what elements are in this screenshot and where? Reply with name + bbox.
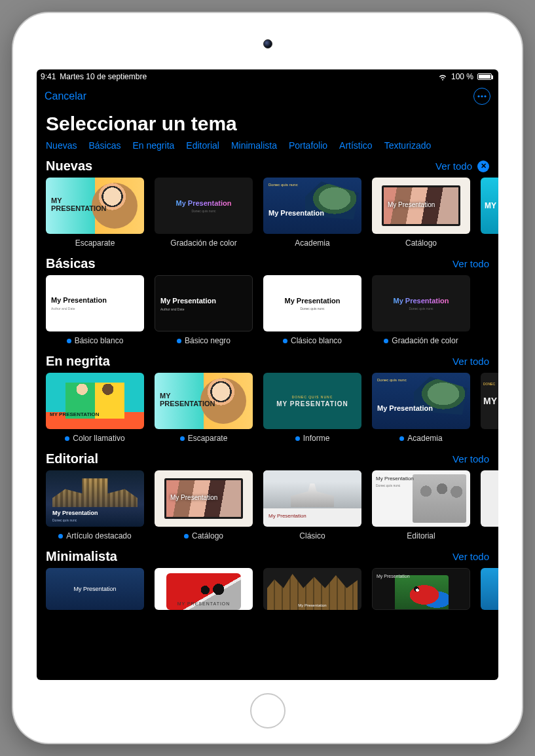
- see-all-link[interactable]: Ver todo: [452, 453, 489, 464]
- see-all-link[interactable]: Ver todo: [452, 551, 489, 562]
- theme-thumbnail[interactable]: [155, 373, 253, 429]
- theme-item[interactable]: Color llamativo: [46, 373, 144, 444]
- theme-item[interactable]: My Presentation: [263, 568, 361, 610]
- theme-item[interactable]: Donec quis nuncMy PresentationAcademia: [263, 178, 361, 248]
- new-indicator-icon: [384, 339, 388, 343]
- tab-nuevas[interactable]: Nuevas: [46, 140, 77, 151]
- theme-thumbnail[interactable]: My PresentationDonec quis nunc: [263, 275, 361, 331]
- theme-thumbnail[interactable]: Donec quis nuncMy Presentation: [263, 178, 361, 234]
- theme-thumbnail[interactable]: DONECMY: [481, 373, 498, 429]
- status-bar: 9:41 Martes 10 de septiembre 100 %: [37, 69, 498, 84]
- theme-thumbnail[interactable]: My PresentationDonec quis nunc: [155, 178, 253, 234]
- theme-caption: Básico blanco: [46, 331, 144, 346]
- theme-item[interactable]: MY PRESENTATION: [155, 568, 253, 610]
- ellipsis-icon: [477, 95, 487, 98]
- theme-thumbnail[interactable]: My Presentation: [46, 568, 144, 610]
- tab-en-negrita[interactable]: En negrita: [133, 140, 175, 151]
- theme-thumbnail[interactable]: My PresentationAuthor and Date: [155, 275, 253, 331]
- theme-caption: Gradación de color: [372, 331, 470, 346]
- theme-thumbnail[interactable]: [46, 178, 144, 234]
- svg-point-0: [477, 95, 479, 97]
- theme-thumbnail[interactable]: MY PRESENTATION: [155, 568, 253, 610]
- theme-caption: Básico negro: [155, 331, 253, 346]
- theme-item-peek[interactable]: [481, 568, 498, 610]
- more-options-button[interactable]: [473, 88, 490, 105]
- theme-row[interactable]: My PresentationMY PRESENTATIONMy Present…: [37, 568, 498, 610]
- tab-artístico[interactable]: Artístico: [339, 140, 373, 151]
- theme-thumbnail[interactable]: My PresentationDonec quis nunc: [372, 470, 470, 527]
- theme-thumbnail[interactable]: My PresentationDonec quis nunc: [46, 470, 144, 527]
- theme-caption: Academia: [372, 429, 470, 444]
- theme-item[interactable]: Escaparate: [46, 178, 144, 248]
- cancel-button[interactable]: Cancelar: [45, 90, 86, 102]
- theme-thumbnail[interactable]: [372, 178, 470, 234]
- see-all-link[interactable]: Ver todo: [452, 258, 489, 269]
- theme-item-peek[interactable]: MY: [481, 178, 498, 248]
- theme-item[interactable]: My PresentationDonec quis nuncEditorial: [372, 470, 470, 541]
- theme-item[interactable]: My PresentationAuthor and DateBásico bla…: [46, 275, 144, 346]
- theme-thumbnail[interactable]: My Presentation: [263, 470, 361, 527]
- camera-dot-icon: [263, 39, 272, 48]
- theme-row[interactable]: EscaparateMy PresentationDonec quis nunc…: [37, 178, 498, 248]
- nav-bar: Cancelar: [37, 84, 498, 109]
- theme-item[interactable]: My PresentationDonec quis nuncClásico bl…: [263, 275, 361, 346]
- theme-label: Catálogo: [192, 531, 223, 540]
- theme-thumbnail[interactable]: Donec quis nuncMy Presentation: [372, 373, 470, 429]
- tab-editorial[interactable]: Editorial: [186, 140, 219, 151]
- theme-item[interactable]: My PresentationDonec quis nuncArtículo d…: [46, 470, 144, 541]
- theme-thumbnail[interactable]: [481, 470, 498, 527]
- section-basicas: BásicasVer todoMy PresentationAuthor and…: [37, 254, 498, 346]
- wifi-icon: [438, 72, 447, 81]
- see-all-link[interactable]: Ver todo: [452, 356, 489, 367]
- theme-item[interactable]: My PresentationClásico: [263, 470, 361, 541]
- theme-thumbnail[interactable]: My Presentation: [263, 568, 361, 610]
- theme-item[interactable]: Escaparate: [155, 373, 253, 444]
- theme-thumbnail[interactable]: [481, 568, 498, 610]
- section-header: BásicasVer todo: [37, 254, 498, 275]
- section-title: Nuevas: [46, 159, 92, 174]
- theme-thumbnail[interactable]: [155, 470, 253, 527]
- theme-item[interactable]: DONEC QUIS NUNCMY PRESENTATIONInforme: [263, 373, 361, 444]
- theme-thumbnail[interactable]: DONEC QUIS NUNCMY PRESENTATION: [263, 373, 361, 429]
- theme-thumbnail[interactable]: [46, 373, 144, 429]
- theme-item[interactable]: My PresentationDonec quis nuncGradación …: [372, 275, 470, 346]
- theme-item[interactable]: Catálogo: [155, 470, 253, 541]
- tab-portafolio[interactable]: Portafolio: [289, 140, 327, 151]
- section-nuevas: NuevasVer todo✕EscaparateMy Presentation…: [37, 156, 498, 248]
- theme-row[interactable]: My PresentationDonec quis nuncArtículo d…: [37, 470, 498, 541]
- theme-thumbnail[interactable]: My PresentationDonec quis nunc: [372, 275, 470, 331]
- new-indicator-icon: [283, 339, 287, 343]
- section-editorial: EditorialVer todoMy PresentationDonec qu…: [37, 449, 498, 541]
- theme-label: Academia: [295, 238, 329, 248]
- theme-item[interactable]: My Presentation: [46, 568, 144, 610]
- theme-item[interactable]: Donec quis nuncMy PresentationAcademia: [372, 373, 470, 444]
- theme-item[interactable]: My PresentationDonec quis nuncGradación …: [155, 178, 253, 248]
- theme-label: Informe: [303, 434, 330, 443]
- tab-texturizado[interactable]: Texturizado: [384, 140, 432, 151]
- new-indicator-icon: [184, 534, 189, 539]
- new-indicator-icon: [58, 534, 63, 539]
- theme-row[interactable]: Color llamativoEscaparateDONEC QUIS NUNC…: [37, 373, 498, 444]
- theme-label: Clásico: [299, 531, 325, 540]
- tab-básicas[interactable]: Básicas: [88, 140, 120, 151]
- theme-row[interactable]: My PresentationAuthor and DateBásico bla…: [37, 275, 498, 346]
- theme-item[interactable]: Catálogo: [372, 178, 470, 248]
- theme-thumbnail[interactable]: MY: [481, 178, 498, 234]
- theme-label: Básico negro: [185, 336, 231, 345]
- theme-thumbnail[interactable]: My Presentation: [372, 568, 470, 610]
- status-date: Martes 10 de septiembre: [60, 72, 147, 81]
- page-title: Seleccionar un tema: [37, 109, 498, 140]
- theme-scroll[interactable]: NuevasVer todo✕EscaparateMy Presentation…: [37, 156, 498, 680]
- close-badge-icon[interactable]: ✕: [477, 161, 489, 172]
- see-all-link[interactable]: Ver todo: [435, 161, 472, 172]
- theme-label: Catálogo: [405, 238, 437, 248]
- home-button[interactable]: [250, 693, 286, 728]
- status-battery-percent: 100 %: [451, 72, 473, 81]
- theme-item-peek[interactable]: [481, 470, 498, 541]
- theme-item[interactable]: My PresentationAuthor and DateBásico neg…: [155, 275, 253, 346]
- tab-minimalista[interactable]: Minimalista: [231, 140, 277, 151]
- theme-item-peek[interactable]: DONECMY: [481, 373, 498, 444]
- theme-item[interactable]: My Presentation: [372, 568, 470, 610]
- theme-caption: Informe: [263, 429, 361, 444]
- theme-thumbnail[interactable]: My PresentationAuthor and Date: [46, 275, 144, 331]
